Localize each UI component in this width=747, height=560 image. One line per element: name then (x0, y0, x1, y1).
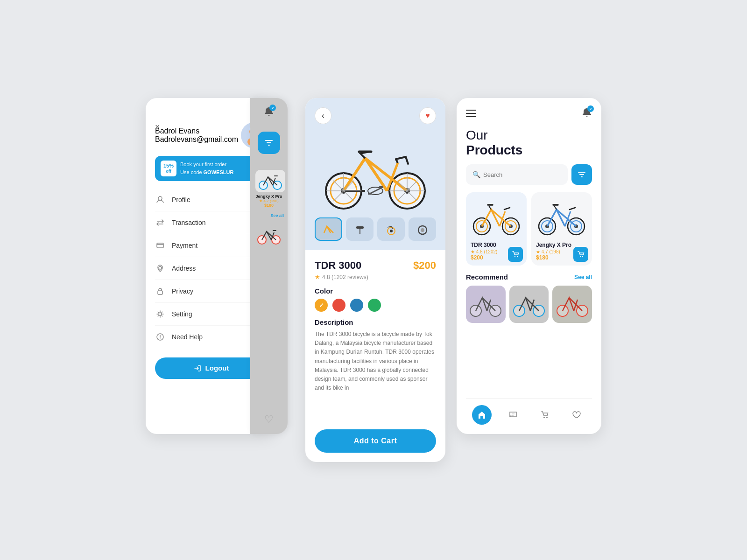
rec2-bike-svg (513, 290, 545, 318)
color-option-green[interactable] (368, 299, 381, 312)
recommend-header: Recommend See all (466, 273, 592, 281)
chat-icon (508, 410, 518, 420)
product-name: TDR 3000 (315, 259, 361, 272)
nav-heart[interactable] (566, 405, 586, 425)
thumbnail-1[interactable] (315, 217, 342, 241)
card1-bike-svg (471, 199, 522, 237)
svg-point-10 (159, 313, 162, 315)
main-product-image (315, 129, 436, 213)
svg-point-62 (543, 417, 545, 418)
thumb2-icon (352, 223, 368, 236)
product-card-tdr3000[interactable]: TDR 3000 ★ 4.8 (1202) $200 (466, 192, 527, 266)
nav-home[interactable] (472, 405, 492, 425)
recommend-title: Recommend (466, 273, 508, 281)
profile-info: Badrol Evans Badrolevans@gmail.com (155, 127, 238, 144)
thumb3-icon (383, 223, 400, 236)
add-to-cart-button[interactable]: Add to Cart (315, 429, 436, 453)
thumbnail-3[interactable] (377, 217, 405, 241)
svg-point-39 (421, 228, 424, 232)
close-button[interactable]: × (155, 122, 160, 132)
product-title-row: TDR 3000 $200 (315, 259, 436, 272)
star-icon: ★ (315, 273, 320, 280)
panel-bike2-image (254, 224, 284, 247)
rec1-bike-svg (469, 290, 502, 318)
filter-button-panel[interactable] (258, 132, 280, 154)
profile-label: Profile (172, 196, 190, 203)
promo-text: Book your first orderUse code GOWESLUR (180, 161, 233, 176)
panel-see-all[interactable]: See all (254, 213, 284, 218)
panel-bell[interactable]: 2 (264, 106, 274, 119)
panel-bike-icon (258, 172, 283, 190)
filter-button[interactable] (571, 164, 592, 185)
color-options (315, 299, 436, 312)
setting-label: Setting (172, 310, 192, 318)
color-label: Color (315, 287, 436, 295)
bell-badge: 2 (269, 105, 276, 111)
user-name: Badrol Evans (155, 127, 238, 135)
color-option-blue[interactable] (350, 299, 363, 312)
svg-point-46 (514, 256, 515, 257)
panel-heart-icon[interactable]: ♡ (264, 413, 274, 426)
logout-icon (193, 364, 202, 372)
svg-point-37 (390, 230, 393, 232)
rec3-bike-svg (556, 290, 589, 318)
svg-point-54 (580, 256, 581, 257)
svg-rect-33 (379, 186, 383, 188)
search-input[interactable] (483, 171, 561, 178)
filter-icon (264, 138, 274, 147)
product-card-jengky[interactable]: Jengky X Pro ★ 4.7 (198) $180 (531, 192, 592, 266)
thumbnail-2[interactable] (346, 217, 374, 241)
recommend-see-all[interactable]: See all (574, 274, 592, 280)
svg-rect-32 (368, 193, 372, 195)
product-hero: ‹ ♥ (305, 98, 445, 250)
transaction-label: Transaction (172, 219, 206, 226)
panel-bike2-icon (256, 227, 282, 245)
product-card2-image (536, 197, 587, 239)
lock-icon (155, 286, 165, 296)
panel-product-name: Jengky X Pro (255, 194, 282, 199)
recommend-row (466, 286, 592, 323)
gear-icon (155, 309, 165, 319)
promo-badge: 15% off (161, 161, 176, 176)
thumbnail-row (315, 217, 436, 245)
back-button[interactable]: ‹ (315, 107, 331, 124)
recommend-card-3[interactable] (552, 286, 592, 323)
panel-product-price: $180 (255, 203, 282, 208)
thumbnail-4[interactable] (409, 217, 436, 241)
color-option-red[interactable] (332, 299, 345, 312)
nav-chat[interactable] (503, 405, 523, 425)
panel-product-card: Jengky X Pro ★ 4.7 (198) $180 (253, 167, 285, 210)
products-screen: 2 Our Products 🔍 (457, 98, 601, 434)
nav-cart[interactable] (535, 405, 555, 425)
thumb1-icon (320, 223, 337, 236)
recommend-card-2[interactable] (509, 286, 549, 323)
svg-rect-34 (356, 226, 364, 229)
search-box: 🔍 (466, 164, 568, 185)
product-detail-screen: ‹ ♥ (305, 98, 445, 462)
add-to-cart-2[interactable] (573, 247, 588, 262)
product-nav: ‹ ♥ (315, 107, 436, 124)
product-price: $200 (413, 259, 436, 272)
cart2-icon (577, 251, 585, 258)
payment-label: Payment (172, 242, 197, 249)
person-icon (155, 195, 165, 205)
cart1-icon (512, 251, 519, 258)
svg-rect-9 (158, 291, 162, 294)
help-icon (155, 332, 165, 342)
color-option-yellow[interactable] (315, 299, 328, 312)
favorite-button[interactable]: ♥ (419, 107, 436, 124)
add-to-cart-1[interactable] (508, 247, 523, 262)
cart-nav-icon (540, 410, 550, 420)
products-header: 2 (466, 107, 592, 119)
recommend-card-1[interactable] (466, 286, 506, 323)
svg-point-6 (158, 196, 162, 200)
menu-button[interactable] (466, 110, 476, 117)
main-bike-svg (315, 131, 436, 210)
rating-text: 4.8 (1202 reviews) (322, 274, 368, 280)
description-text: The TDR 3000 bicycle is a bicycle made b… (315, 330, 436, 422)
user-email: Badrolevans@gmail.com (155, 135, 238, 144)
help-label: Need Help (172, 333, 203, 341)
card2-bike-svg (536, 199, 587, 237)
screen3-bell-badge: 2 (587, 105, 594, 112)
screen3-bell[interactable]: 2 (582, 107, 592, 119)
